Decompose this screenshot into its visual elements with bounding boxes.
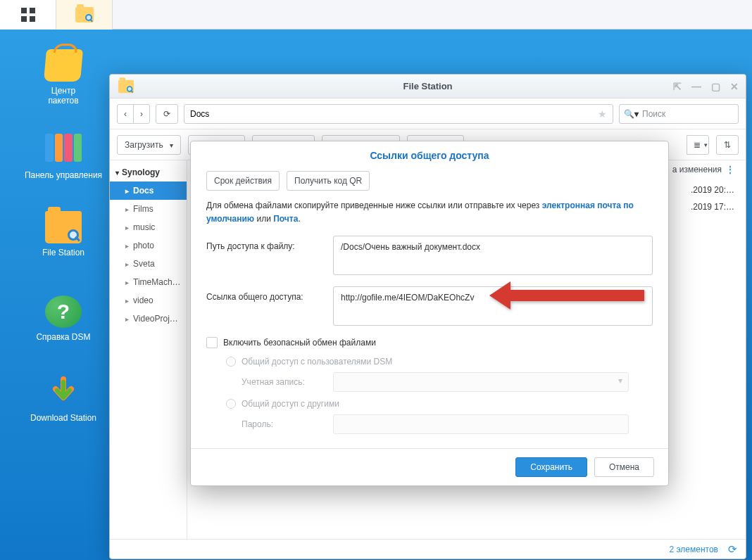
dialog-title: Ссылки общего доступа xyxy=(191,141,668,167)
control-panel-icon xyxy=(45,134,82,166)
tree-item-videoproject[interactable]: VideoProje… xyxy=(110,310,187,328)
folder-search-icon xyxy=(118,79,134,93)
chevron-left-icon: ‹ xyxy=(124,109,127,119)
desktop-icon-package-center[interactable]: Центр пакетов xyxy=(28,49,99,106)
desktop-icon-download-station[interactable]: Download Station xyxy=(7,376,120,423)
tree-item-films[interactable]: Films xyxy=(110,200,187,218)
label: File Station xyxy=(28,248,99,257)
search-placeholder: Поиск xyxy=(642,109,665,119)
apps-grid-icon xyxy=(21,8,35,22)
share-others-radio xyxy=(226,399,236,409)
folder-tree: Synology Docs Films music photo Sveta Ti… xyxy=(110,160,187,539)
window-maximize-icon[interactable]: ▢ xyxy=(711,81,720,92)
file-path-label: Путь доступа к файлу: xyxy=(206,236,333,251)
nav-refresh-button[interactable]: ⟳ xyxy=(156,104,178,124)
shopping-bag-icon xyxy=(44,49,83,82)
password-label: Пароль: xyxy=(242,419,326,429)
download-arrow-icon xyxy=(45,376,82,409)
account-select: ▾ xyxy=(333,372,629,392)
desktop-icon-file-station[interactable]: File Station xyxy=(28,211,99,257)
svg-marker-0 xyxy=(489,281,644,310)
share-link-label: Ссылка общего доступа: xyxy=(206,286,333,302)
tree-item-docs[interactable]: Docs xyxy=(110,182,187,200)
folder-search-icon xyxy=(75,7,94,23)
path-value: Docs xyxy=(190,109,209,119)
secure-sharing-label: Включить безопасный обмен файлами xyxy=(223,338,376,348)
list-icon: ≣ xyxy=(694,140,701,150)
window-pin-icon[interactable]: ⇱ xyxy=(673,81,682,92)
file-row-date[interactable]: .2019 20:… xyxy=(688,182,737,198)
secure-sharing-checkbox[interactable] xyxy=(206,337,218,348)
label: Справка DSM xyxy=(28,332,99,342)
refresh-icon: ⟳ xyxy=(163,109,170,119)
account-label: Учетная запись: xyxy=(242,377,326,387)
search-icon: 🔍▾ xyxy=(624,109,639,119)
share-others-label: Общий доступ с другими xyxy=(242,399,339,409)
path-input[interactable]: Docs ★ xyxy=(184,104,613,124)
chevron-right-icon: › xyxy=(140,109,143,119)
label: Центр пакетов xyxy=(28,86,99,106)
nav-forward-button[interactable]: › xyxy=(133,104,150,124)
window-title: File Station xyxy=(403,81,452,91)
share-dsm-radio xyxy=(226,357,236,367)
password-input xyxy=(333,414,629,434)
status-count: 2 элементов xyxy=(669,545,718,554)
taskbar-apps-button[interactable] xyxy=(0,0,56,30)
taskbar xyxy=(0,0,752,30)
save-button[interactable]: Сохранить xyxy=(515,457,587,477)
folder-search-icon xyxy=(45,211,82,243)
qr-button[interactable]: Получить код QR xyxy=(287,171,370,191)
expiry-button[interactable]: Срок действия xyxy=(206,171,280,191)
help-icon: ? xyxy=(45,295,82,328)
tree-item-timemachine[interactable]: TimeMachi… xyxy=(110,273,187,291)
file-row-date[interactable]: .2019 17:… xyxy=(688,198,737,215)
tree-item-photo[interactable]: photo xyxy=(110,236,187,255)
tree-item-sveta[interactable]: Sveta xyxy=(110,255,187,273)
nav-back-button[interactable]: ‹ xyxy=(117,104,134,124)
file-path-value[interactable]: /Docs/Очень важный документ.docx xyxy=(333,236,653,275)
upload-button[interactable]: Загрузить xyxy=(117,135,181,155)
status-refresh-icon[interactable]: ⟳ xyxy=(728,543,737,556)
desktop-icon-help[interactable]: ? Справка DSM xyxy=(28,295,99,342)
label: Download Station xyxy=(7,413,120,423)
search-input[interactable]: 🔍▾ Поиск xyxy=(619,104,739,124)
taskbar-filestation-button[interactable] xyxy=(56,0,113,30)
tree-root[interactable]: Synology xyxy=(110,163,187,182)
sort-button[interactable]: ⇅ xyxy=(716,135,739,155)
desktop-icon-control-panel[interactable]: Панель управления xyxy=(7,134,120,180)
view-list-button[interactable]: ≣▾ xyxy=(687,135,709,155)
dialog-info-text: Для обмена файлами скопируйте приведенны… xyxy=(206,199,653,226)
column-menu-icon[interactable]: ⋮ xyxy=(726,165,734,174)
tree-item-video[interactable]: video xyxy=(110,291,187,310)
sort-icon: ⇅ xyxy=(724,140,731,150)
cancel-button[interactable]: Отмена xyxy=(594,457,654,477)
share-dsm-label: Общий доступ с пользователями DSM xyxy=(242,357,392,367)
window-titlebar[interactable]: File Station ⇱ — ▢ ✕ xyxy=(110,75,746,98)
star-icon[interactable]: ★ xyxy=(598,108,607,120)
column-header-modified[interactable]: а изменения ⋮ xyxy=(670,160,737,179)
window-close-icon[interactable]: ✕ xyxy=(730,81,739,92)
tree-item-music[interactable]: music xyxy=(110,218,187,236)
mail-app-link[interactable]: Почта xyxy=(273,214,298,224)
label: Панель управления xyxy=(7,170,120,180)
navigation-toolbar: ‹ › ⟳ Docs ★ 🔍▾ Поиск xyxy=(110,98,746,129)
window-minimize-icon[interactable]: — xyxy=(691,81,701,92)
status-bar: 2 элементов ⟳ xyxy=(110,539,746,559)
annotation-arrow xyxy=(489,278,644,316)
